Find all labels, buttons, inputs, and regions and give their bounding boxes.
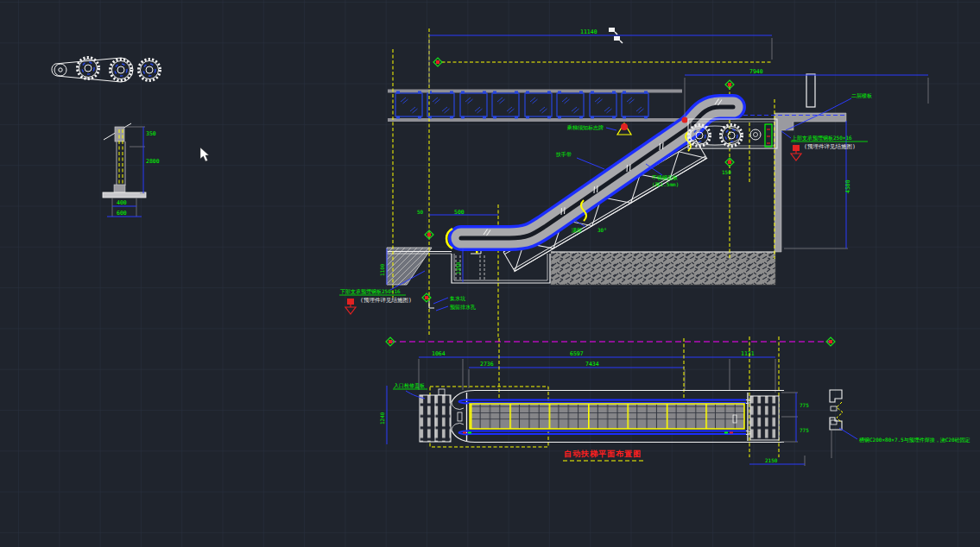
note-sign: 乘梯须知标志牌: [566, 124, 604, 131]
note-upper-embed: 上部支承预埋钢板250×16: [791, 135, 852, 141]
dim-pit-width: 1350: [455, 261, 461, 274]
note-floor: 二层楼板: [851, 92, 872, 98]
dim-right-a: 775: [800, 402, 809, 408]
note-bracket: 槽钢C200×80×7.5与预埋件焊接，浇C20砼固定: [859, 437, 971, 443]
note-pit-drain: 预留排水孔: [450, 304, 476, 311]
dim-left-width: 1240: [379, 412, 385, 424]
grid-overlay: [0, 0, 980, 547]
dim-base-a: 400: [117, 199, 127, 206]
exit-comb-plate: [750, 396, 779, 440]
dim-rise: 4500: [844, 179, 851, 193]
marker-label: 150: [722, 169, 731, 175]
note-lower-embed2: (预埋件详见结施图): [360, 297, 412, 304]
dim-overall: 11140: [580, 28, 597, 35]
drawing-canvas[interactable]: 400 600 350 2800: [0, 0, 980, 547]
dim-lower-small: 50: [417, 209, 424, 215]
note-entry: 入口检修盖板: [394, 382, 425, 389]
dim-bottom: 2150: [765, 457, 778, 463]
dim-col-top: 350: [146, 130, 156, 137]
weld-note: 满焊: [572, 227, 582, 233]
red-marker-dot: [682, 117, 688, 123]
dim-lower-landing: 500: [454, 209, 465, 216]
note-cover2: (厚1.5mm): [652, 181, 679, 187]
dim-right-b: 775: [800, 427, 809, 433]
column-head: [115, 127, 124, 141]
note-handrail: 扶手带: [556, 151, 572, 157]
dim-r2a: 2736: [480, 361, 494, 368]
dim-r1b: 6597: [570, 350, 584, 357]
dim-r1c: 1131: [741, 350, 755, 357]
step-band: [470, 404, 744, 429]
note-upper-embed2: (预埋件详见结施图): [804, 143, 856, 150]
note-pit-sump: 集水坑: [450, 295, 465, 302]
dim-r2b: 7434: [585, 361, 599, 368]
dim-col-height: 2800: [146, 158, 160, 165]
cad-model-space[interactable]: 400 600 350 2800: [0, 0, 980, 547]
dim-upper-run: 7940: [749, 68, 763, 75]
view-title: 自动扶梯平面布置图: [564, 450, 642, 458]
warning-dot: [621, 123, 628, 130]
note-cover: 不锈钢盖板: [652, 174, 678, 181]
ground-hatch-section: [551, 252, 775, 285]
base-plate: [103, 192, 146, 198]
incline-angle: 30°: [597, 227, 607, 233]
dim-pit-depth: 1100: [379, 263, 385, 276]
dim-base-b: 600: [117, 210, 127, 217]
dim-r1a: 1064: [432, 350, 446, 357]
